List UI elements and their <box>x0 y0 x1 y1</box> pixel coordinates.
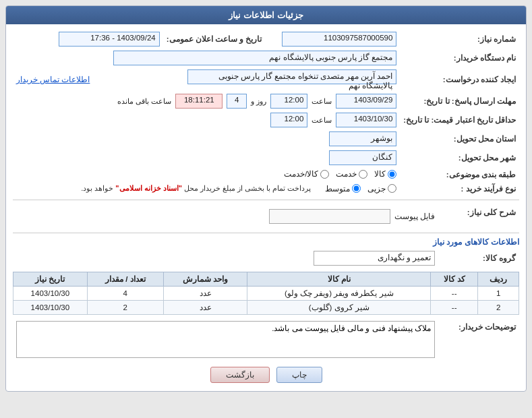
response-time: 12:00 <box>270 94 307 109</box>
file-input[interactable] <box>269 209 390 224</box>
city-label: شهر محل تحویل: <box>400 148 519 167</box>
col-qty: تعداد / مقدار <box>87 272 163 286</box>
radio-goods-service[interactable]: کالا/خدمت <box>284 169 329 179</box>
creator-value: احمد آرین مهر متصدی تنخواه مجتمع گار پار… <box>187 69 396 84</box>
contact-link[interactable]: اطلاعات تماس خریدار <box>16 76 90 84</box>
response-label: مهلت ارسال پاسخ: تا تاریخ: <box>400 92 519 111</box>
goods-section-title: اطلاعات کالاهای مورد نیاز <box>13 237 519 247</box>
buyer-label: نام دستگاه خریدار: <box>400 49 519 67</box>
purchase-type-label: نوع فرآیند خرید : <box>400 182 519 196</box>
city-value: کنگان <box>329 150 396 165</box>
goods-group-label: گروه کالا: <box>438 249 519 268</box>
goods-group-value: تعمیر و نگهداری <box>314 251 435 266</box>
category-label: طبقه بندی موضوعی: <box>400 167 519 182</box>
time-label: ساعت <box>312 97 332 106</box>
print-button[interactable]: چاپ <box>276 367 322 383</box>
bond-link[interactable]: "اسناد خزانه اسلامی" <box>115 184 182 192</box>
buyer-value: مجتمع گاز پارس جنوبی پالایشگاه نهم <box>113 51 396 65</box>
radio-medium[interactable]: متوسط <box>325 184 361 193</box>
description-label: شرح کلی نیاز: <box>438 204 519 229</box>
need-number-value: 1103097587000590 <box>282 32 396 47</box>
panel-header: جزئیات اطلاعات نیاز <box>6 6 526 24</box>
purchase-note: پرداخت تمام با بخشی از مبلغ خریدار محل "… <box>81 184 311 193</box>
creator-label: ایجاد کننده درخواست: <box>400 67 519 92</box>
province-value: بوشهر <box>329 131 396 146</box>
radio-service[interactable]: خدمت <box>336 169 367 179</box>
radio-partial[interactable]: جزیی <box>367 184 396 193</box>
date-value: 1403/09/24 - 17:36 <box>59 32 160 47</box>
table-row: 2--شیر کروی (گلوب)عدد21403/10/30 <box>13 300 519 314</box>
back-button[interactable]: بازگشت <box>210 367 270 383</box>
col-code: کد کالا <box>431 272 478 286</box>
radio-goods[interactable]: کالا <box>374 169 396 179</box>
price-label: حداقل تاریخ اعتبار قیمت: تا تاریخ: <box>400 111 519 129</box>
purchase-radio-group: جزیی متوسط <box>325 184 396 193</box>
date-label: تاریخ و ساعت اعلان عمومی: <box>163 30 266 49</box>
province-label: استان محل تحویل: <box>400 129 519 148</box>
category-radio-group: کالا خدمت کالا/خدمت <box>284 169 396 179</box>
col-date: تاریخ نیاز <box>13 272 88 286</box>
buyer-notes-label: توضیحات خریدار: <box>438 319 519 361</box>
remaining-time: 18:11:21 <box>175 94 223 109</box>
header-title: جزئیات اطلاعات نیاز <box>229 10 303 20</box>
table-row: 1--شیر یکطرفه ویفر (ویفر چک ولو)عدد41403… <box>13 286 519 300</box>
response-date: 1403/09/29 <box>336 94 396 109</box>
price-date: 1403/10/30 <box>336 113 396 127</box>
remaining-label: ساعت باقی مانده <box>117 97 171 106</box>
goods-table: ردیف کد کالا نام کالا واحد شمارش تعداد /… <box>13 272 519 315</box>
col-row: ردیف <box>478 272 519 286</box>
need-number-label: شماره نیاز: <box>400 30 519 49</box>
col-name: نام کالا <box>247 272 431 286</box>
file-upload-row: فایل پیوست <box>16 209 435 224</box>
days-value: 4 <box>227 94 247 109</box>
col-unit: واحد شمارش <box>163 272 247 286</box>
price-time: 12:00 <box>270 113 307 127</box>
price-time-label: ساعت <box>312 116 332 125</box>
days-remaining-label: روز و <box>251 97 266 106</box>
buttons-row: چاپ بازگشت <box>13 367 519 383</box>
buyer-notes-textarea[interactable] <box>16 321 435 358</box>
file-label: فایل پیوست <box>394 212 435 221</box>
